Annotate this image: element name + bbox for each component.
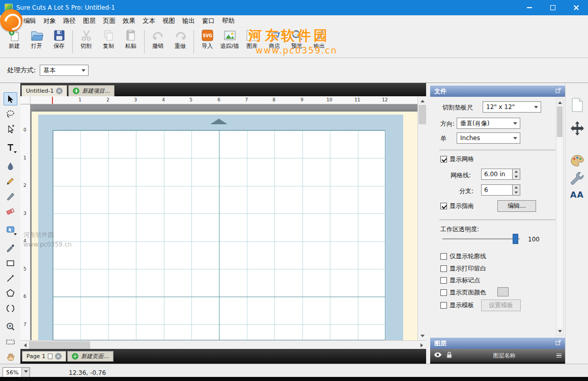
panel-scroll-up[interactable] — [556, 99, 563, 106]
fonts-panel-button[interactable]: AA — [569, 186, 585, 203]
ruler-number: 11 — [354, 97, 360, 102]
toolbar-button-output[interactable]: 输出 — [308, 29, 330, 56]
knife-tool[interactable] — [4, 189, 17, 203]
edit-guides-button[interactable]: 编辑... — [497, 200, 536, 212]
select-tool[interactable] — [4, 92, 17, 105]
layer-visibility-icon[interactable] — [434, 352, 442, 359]
menu-item-effects[interactable]: 效果 — [119, 15, 139, 26]
mat-grid[interactable] — [52, 130, 385, 340]
gridline-input[interactable]: 6.00 in — [481, 169, 520, 180]
fill-tool[interactable] — [4, 159, 17, 173]
toolbar-button-trace[interactable]: 追踪/描 — [218, 29, 241, 56]
scroll-down-button[interactable] — [418, 332, 426, 340]
show-margins-checkbox[interactable] — [440, 265, 447, 272]
zoom-dropdown-arrow[interactable] — [21, 368, 30, 377]
subdivision-spinner[interactable] — [512, 185, 520, 195]
menu-item-window[interactable]: 窗口 — [199, 15, 218, 26]
show-regmarks-checkbox[interactable] — [440, 277, 447, 284]
zoom-level-select[interactable]: 56% — [3, 367, 30, 378]
colors-panel-button[interactable] — [569, 152, 585, 170]
scroll-right-button[interactable] — [417, 341, 426, 349]
toolbar-button-new[interactable]: 新建 — [3, 29, 25, 56]
toolbar-button-preview[interactable]: 预览 — [286, 29, 308, 56]
eyedropper-tool[interactable] — [4, 241, 17, 255]
show-template-checkbox[interactable] — [440, 302, 447, 309]
toolbar-button-undo[interactable]: 撤销 — [147, 29, 169, 56]
horizontal-scrollbar[interactable] — [20, 340, 426, 349]
toolbar-button-redo[interactable]: 重做 — [169, 29, 191, 56]
undock-panel-icon[interactable] — [555, 340, 561, 347]
toolbar-button-library[interactable]: 图库 — [241, 29, 263, 56]
page-color-swatch[interactable] — [497, 287, 509, 296]
orientation-select[interactable]: 垂直(肖像) — [457, 118, 520, 129]
new-project-tab[interactable]: 新建项目... — [68, 85, 115, 96]
vertical-scrollbar[interactable] — [417, 96, 426, 340]
rectangle-tool[interactable] — [4, 257, 17, 270]
slider-handle[interactable] — [513, 234, 518, 244]
file-panel-header[interactable]: 文件 — [430, 86, 565, 97]
panel-scroll-down[interactable] — [556, 328, 563, 335]
menu-item-page[interactable]: 页面 — [99, 15, 119, 26]
panel-scrollbar[interactable] — [556, 98, 564, 336]
menu-item-edit[interactable]: 编辑 — [20, 15, 40, 26]
toolbar-button-save[interactable]: 保存 — [48, 29, 70, 56]
subdivision-input[interactable]: 6 — [481, 184, 520, 196]
menu-item-path[interactable]: 路径 — [60, 15, 79, 26]
horizontal-scroll-thumb[interactable] — [29, 341, 90, 349]
show-grid-checkbox[interactable] — [440, 156, 447, 162]
close-page-icon[interactable] — [55, 353, 62, 360]
minimize-button[interactable] — [518, 0, 541, 15]
toolbar-button-open[interactable]: 打开 — [25, 29, 48, 56]
pencil-tool[interactable] — [4, 174, 17, 187]
lasso-tool[interactable] — [4, 107, 17, 120]
toolbar-button-paste[interactable]: 粘贴 — [120, 29, 142, 56]
scroll-up-button[interactable] — [418, 96, 426, 105]
pen-tool[interactable] — [4, 271, 17, 285]
vertical-scroll-thumb[interactable] — [418, 105, 426, 124]
show-pagecolor-checkbox[interactable] — [440, 289, 447, 296]
toolbar-button-import[interactable]: SVG 导入 — [196, 29, 218, 56]
document-tab-active[interactable]: Untitled-1 — [21, 85, 67, 96]
arc-tool[interactable] — [4, 302, 17, 315]
undock-panel-icon[interactable] — [555, 88, 561, 95]
workspace-alpha-slider[interactable] — [442, 233, 520, 244]
scroll-left-button[interactable] — [20, 341, 29, 349]
show-outlines-checkbox[interactable] — [440, 253, 447, 260]
layer-lock-icon[interactable] — [446, 351, 452, 360]
hand-tool[interactable] — [4, 350, 17, 364]
panel-scroll-thumb[interactable] — [557, 106, 563, 137]
toolbar-button-copy[interactable]: 复制 — [97, 29, 120, 56]
zoom-tool[interactable] — [4, 320, 17, 334]
eraser-tool[interactable] — [4, 204, 17, 217]
units-select[interactable]: Inches — [457, 132, 520, 144]
menu-item-output[interactable]: 输出 — [179, 15, 199, 26]
node-select-tool[interactable] — [4, 122, 17, 135]
show-guides-checkbox[interactable] — [440, 203, 447, 209]
pages-panel-button[interactable] — [569, 96, 585, 114]
polygon-tool[interactable] — [4, 287, 17, 300]
menu-item-view[interactable]: 视图 — [159, 15, 179, 26]
settings-panel-button[interactable] — [569, 170, 585, 187]
mat-size-select[interactable]: 12" x 12" — [483, 101, 541, 113]
set-template-button[interactable]: 设置模板 — [481, 300, 521, 311]
canvas-viewport[interactable]: 1 2 3 4 5 6 7 8 9 10 11 12 0 1 2 — [20, 96, 426, 340]
move-tool-button[interactable] — [569, 120, 585, 137]
toolbar-button-store[interactable]: 商店 — [263, 29, 286, 56]
toolbar-button-cut[interactable]: 切割 — [75, 29, 97, 56]
maximize-button[interactable] — [541, 0, 565, 15]
page-tab-active[interactable]: Page 1 — [22, 351, 66, 362]
shapes-tool[interactable] — [4, 223, 17, 236]
layers-panel-header[interactable]: 图层 — [430, 338, 565, 349]
text-tool[interactable] — [4, 141, 17, 154]
menu-item-layer[interactable]: 图层 — [79, 15, 99, 26]
menu-item-help[interactable]: 帮助 — [218, 15, 238, 26]
gridline-spinner[interactable] — [512, 169, 520, 179]
menu-item-object[interactable]: 对象 — [40, 15, 60, 26]
measure-tool[interactable] — [4, 335, 17, 348]
new-page-tab[interactable]: 新建页面... — [67, 351, 114, 362]
processing-mode-select[interactable]: 基本 — [40, 65, 89, 76]
close-tab-icon[interactable] — [56, 88, 63, 94]
layers-menu-icon[interactable] — [556, 353, 562, 358]
menu-item-text[interactable]: 文本 — [139, 15, 159, 26]
close-button[interactable] — [565, 0, 588, 15]
